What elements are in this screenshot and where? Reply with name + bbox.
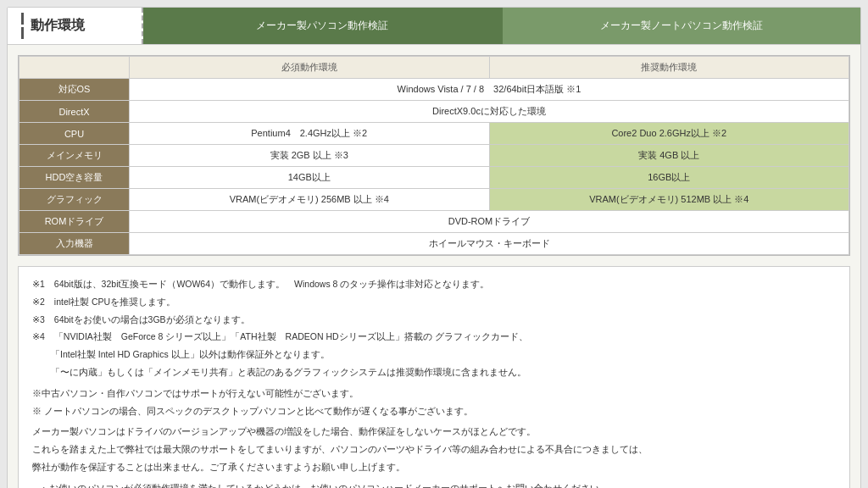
row-label: 入力機器 xyxy=(19,233,130,255)
table-row: ROMドライブDVD-ROMドライブ xyxy=(19,211,849,233)
row-label: CPU xyxy=(19,123,130,145)
main-container: 動作環境 メーカー製パソコン動作検証 メーカー製ノートパソコン動作検証 必須動作… xyxy=(7,7,861,488)
tab-bar: メーカー製パソコン動作検証 メーカー製ノートパソコン動作検証 xyxy=(143,8,860,44)
row-label: DirectX xyxy=(19,101,130,123)
row-value-required: 14GB以上 xyxy=(130,167,490,189)
tab-laptop[interactable]: メーカー製ノートパソコン動作検証 xyxy=(503,8,861,44)
note-line: ※4 「NVIDIA社製 GeForce 8 シリーズ以上」「ATH社製 RAD… xyxy=(32,330,836,344)
note-paragraph-line: これらを踏まえた上で弊社では最大限のサポートをしてまいりますが、パソコンのパーツ… xyxy=(32,442,836,457)
table-row: 入力機器ホイールマウス・キーボード xyxy=(19,233,849,255)
notes-paragraph: メーカー製パソコンはドライバのバージョンアップや機器の増設をした場合、動作保証を… xyxy=(32,424,836,474)
row-value-span: ホイールマウス・キーボード xyxy=(130,233,849,255)
note-line: ※1 64bit版は、32bit互換モード（WOW64）で動作します。 Wind… xyxy=(32,277,836,291)
table-row: DirectXDirectX9.0cに対応した環境 xyxy=(19,101,849,123)
note-paragraph-line: メーカー製パソコンはドライバのバージョンアップや機器の増設をした場合、動作保証を… xyxy=(32,424,836,439)
th-recommended: 推奨動作環境 xyxy=(489,57,849,79)
tab-desktop[interactable]: メーカー製パソコン動作検証 xyxy=(143,8,503,44)
row-value-required: 実装 2GB 以上 ※3 xyxy=(130,145,490,167)
row-label: ROMドライブ xyxy=(19,211,130,233)
row-value-span: DirectX9.0cに対応した環境 xyxy=(130,101,849,123)
th-required: 必須動作環境 xyxy=(130,57,490,79)
note-line: ※2 intel社製 CPUを推奨します。 xyxy=(32,295,836,309)
list-item: お使いのパソコンが必須動作環境を満たしているかどうかは、お使いのパソコンハードメ… xyxy=(39,481,836,488)
notes-lines2: ※中古パソコン・自作パソコンではサポートが行えない可能性がございます。※ ノート… xyxy=(32,386,836,419)
notes-lines: ※1 64bit版は、32bit互換モード（WOW64）で動作します。 Wind… xyxy=(32,277,836,380)
row-label: グラフィック xyxy=(19,189,130,211)
table-row: 対応OSWindows Vista / 7 / 8 32/64bit日本語版 ※… xyxy=(19,79,849,101)
header: 動作環境 メーカー製パソコン動作検証 メーカー製ノートパソコン動作検証 xyxy=(8,8,860,45)
page-title-area: 動作環境 xyxy=(8,8,143,44)
notes-bullets: お使いのパソコンが必須動作環境を満たしているかどうかは、お使いのパソコンハードメ… xyxy=(32,481,836,488)
th-empty xyxy=(19,57,130,79)
spec-table: 必須動作環境 推奨動作環境 対応OSWindows Vista / 7 / 8 … xyxy=(19,56,849,255)
table-header-row: 必須動作環境 推奨動作環境 xyxy=(19,57,849,79)
note-line2: ※中古パソコン・自作パソコンではサポートが行えない可能性がございます。 xyxy=(32,386,836,401)
spec-tbody: 対応OSWindows Vista / 7 / 8 32/64bit日本語版 ※… xyxy=(19,79,849,255)
table-row: グラフィックVRAM(ビデオメモリ) 256MB 以上 ※4VRAM(ビデオメモ… xyxy=(19,189,849,211)
table-row: CPUPentium4 2.4GHz以上 ※2Core2 Duo 2.6GHz以… xyxy=(19,123,849,145)
note-line: 「〜に内蔵」もしくは「メインメモリ共有」と表記のあるグラフィックシステムは推奨動… xyxy=(32,365,836,380)
row-value-required: Pentium4 2.4GHz以上 ※2 xyxy=(130,123,490,145)
row-value-required: VRAM(ビデオメモリ) 256MB 以上 ※4 xyxy=(130,189,490,211)
row-value-recommended: Core2 Duo 2.6GHz以上 ※2 xyxy=(489,123,849,145)
row-value-span: Windows Vista / 7 / 8 32/64bit日本語版 ※1 xyxy=(130,79,849,101)
page-title: 動作環境 xyxy=(31,17,85,35)
row-value-recommended: 実装 4GB 以上 xyxy=(489,145,849,167)
spec-table-wrapper: 必須動作環境 推奨動作環境 対応OSWindows Vista / 7 / 8 … xyxy=(18,55,850,256)
note-paragraph-line: 弊社が動作を保証することは出来ません。ご了承くださいますようお願い申し上げます。 xyxy=(32,460,836,474)
table-row: メインメモリ実装 2GB 以上 ※3実装 4GB 以上 xyxy=(19,145,849,167)
bars-icon xyxy=(21,13,24,39)
row-value-recommended: 16GB以上 xyxy=(489,167,849,189)
row-label: メインメモリ xyxy=(19,145,130,167)
table-row: HDD空き容量14GB以上16GB以上 xyxy=(19,167,849,189)
row-label: HDD空き容量 xyxy=(19,167,130,189)
main-content: 必須動作環境 推奨動作環境 対応OSWindows Vista / 7 / 8 … xyxy=(8,45,860,488)
row-label: 対応OS xyxy=(19,79,130,101)
row-value-recommended: VRAM(ビデオメモリ) 512MB 以上 ※4 xyxy=(489,189,849,211)
notes-section: ※1 64bit版は、32bit互換モード（WOW64）で動作します。 Wind… xyxy=(18,266,850,488)
row-value-span: DVD-ROMドライブ xyxy=(130,211,849,233)
note-line: ※3 64bitをお使いの場合は3GBが必須となります。 xyxy=(32,313,836,327)
note-line2: ※ ノートパソコンの場合、同スペックのデスクトップパソコンと比べて動作が遅くなる… xyxy=(32,404,836,419)
note-line: 「Intel社製 Intel HD Graphics 以上」以外は動作保証外とな… xyxy=(32,347,836,362)
